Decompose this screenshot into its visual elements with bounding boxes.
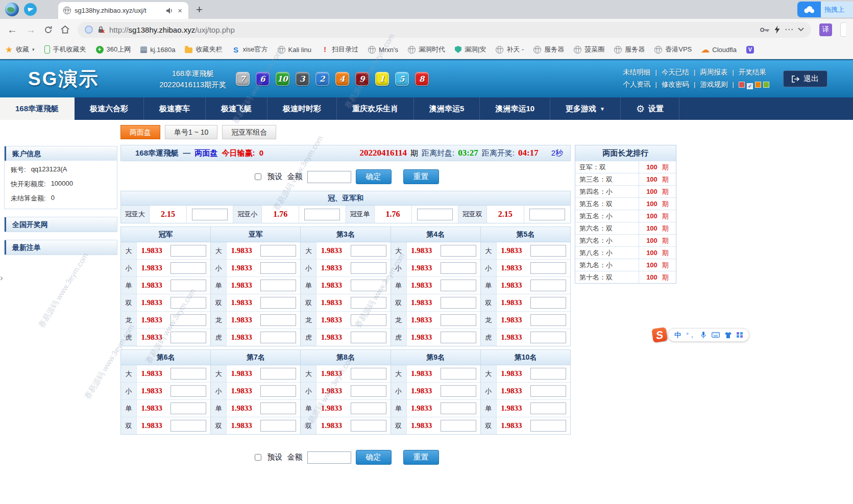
bet-amount-input[interactable] [351,262,386,274]
keyboard-icon[interactable] [712,332,720,338]
nav-tab-3[interactable]: 极速赛车 [144,97,206,120]
nav-tab-10[interactable]: ⚙设置 [621,97,679,120]
bet-amount-input[interactable] [351,385,386,397]
header-link[interactable]: 开奖结果 [739,68,766,76]
header-link[interactable]: 游戏规则 [700,81,727,88]
sidebar-collapse-arrow[interactable]: › [0,273,3,283]
bet-amount-input[interactable] [441,297,476,309]
subtab-3[interactable]: 冠亚军组合 [222,125,276,139]
reset-button[interactable]: 重置 [403,450,439,465]
bet-amount-input[interactable] [441,385,476,397]
theme-green-swatch[interactable] [763,82,769,88]
bet-amount-input[interactable] [170,402,206,414]
nav-tab-7[interactable]: 澳洲幸运5 [414,97,480,120]
bet-amount-input[interactable] [441,262,476,274]
home-icon[interactable] [61,26,69,34]
bet-amount-input[interactable] [530,297,566,309]
nav-tab-6[interactable]: 重庆欢乐生肖 [337,97,414,120]
bet-amount-input[interactable] [441,280,476,291]
bookmark-item[interactable]: V [746,46,754,54]
bet-amount-input[interactable] [351,332,386,343]
bet-amount-input[interactable] [260,402,296,414]
reset-button[interactable]: 重置 [403,169,439,184]
nav-tab-8[interactable]: 澳洲幸运10 [480,97,550,120]
chevron-down-icon[interactable] [798,28,804,32]
bet-amount-input[interactable] [351,245,386,257]
translate-badge[interactable]: 译 [819,23,832,36]
bet-amount-input[interactable] [530,262,566,274]
audio-icon[interactable] [166,8,173,14]
preset-checkbox[interactable] [255,173,261,180]
telegram-icon[interactable] [24,3,37,16]
subtab-2[interactable]: 单号1 ~ 10 [165,125,217,139]
amount-input[interactable] [307,451,351,464]
bookmark-item[interactable]: Mrxn's [368,46,398,54]
bet-amount-input[interactable] [441,402,476,414]
header-link[interactable]: 个人资讯 [623,81,650,88]
theme-orange-swatch[interactable] [755,82,761,88]
bet-amount-input[interactable] [260,368,296,380]
skin-shirt-icon[interactable] [725,332,732,338]
bet-amount-input[interactable] [441,245,476,257]
theme-checked-swatch[interactable]: ✓ [747,83,753,89]
sogou-logo-icon[interactable]: S [651,327,667,343]
ime-lang-toggle[interactable]: 中 [674,331,681,340]
bet-amount-input[interactable] [441,314,476,326]
bookmark-item[interactable]: 漏洞时代 [408,45,445,54]
nav-tab-5[interactable]: 极速时时彩 [267,97,337,120]
microphone-icon[interactable] [700,332,706,339]
bet-amount-input[interactable] [530,280,566,291]
lightning-icon[interactable] [774,26,780,34]
bet-amount-input[interactable] [530,402,566,414]
bet-amount-input[interactable] [351,297,386,309]
bet-amount-input[interactable] [441,332,476,343]
insecure-lock-icon[interactable] [98,26,105,34]
more-options-icon[interactable]: ⋯ [785,24,793,35]
forward-icon[interactable]: → [26,24,36,35]
bookmark-item[interactable]: 菠菜圈 [574,45,604,54]
header-link[interactable]: 未结明细 [623,68,650,76]
bet-amount-input[interactable] [170,368,206,380]
bet-amount-input[interactable] [170,385,206,397]
bet-amount-input[interactable] [170,262,206,274]
bet-amount-input[interactable] [351,368,386,380]
password-key-icon[interactable] [760,27,770,33]
bet-amount-input[interactable] [530,245,566,257]
bet-amount-input[interactable] [170,332,206,343]
bet-amount-input[interactable] [530,332,566,343]
bet-amount-input[interactable] [260,385,296,397]
netdisk-upload-widget[interactable]: 拖拽上 [797,2,853,17]
bookmark-item[interactable]: 香港VPS [654,45,692,54]
bet-amount-input[interactable] [304,209,340,220]
bet-amount-input[interactable] [351,420,386,432]
bet-amount-input[interactable] [530,368,566,380]
bet-amount-input[interactable] [441,368,476,380]
bet-amount-input[interactable] [260,314,296,326]
netdisk-icon[interactable] [797,2,821,17]
bet-amount-input[interactable] [417,209,453,220]
logout-button[interactable]: 退出 [783,70,827,87]
bet-amount-input[interactable] [441,420,476,432]
bookmark-item[interactable]: ☁Cloudfla [701,46,737,54]
bookmark-item[interactable]: 手机收藏夹 [44,45,86,54]
bet-amount-input[interactable] [530,420,566,432]
refresh-countdown[interactable]: 2秒 [551,148,563,158]
bet-amount-input[interactable] [529,209,565,220]
reload-icon[interactable] [44,26,53,34]
bookmark-item[interactable]: !扫目录过 [321,45,358,54]
ime-punctuation-toggle[interactable]: °， [686,331,695,340]
url-text[interactable]: http://sg138hy.zhibao.xyz/uxj/top.php [109,26,755,34]
tab-close-icon[interactable]: × [177,6,183,15]
bet-amount-input[interactable] [351,280,386,291]
amount-input[interactable] [307,171,351,183]
new-tab-button[interactable]: + [196,5,203,15]
bet-amount-input[interactable] [170,297,206,309]
bet-amount-input[interactable] [351,314,386,326]
header-link[interactable]: 两周报表 [700,68,727,76]
bookmark-item[interactable]: 漏洞|安 [455,45,486,54]
bet-amount-input[interactable] [170,280,206,291]
address-bar[interactable]: http://sg138hy.zhibao.xyz/uxj/top.php ⋯ [78,22,811,38]
extension-dot-icon[interactable] [85,26,93,34]
latest-bets-title[interactable]: 最新注单 [5,240,117,255]
header-link[interactable]: 修改密码 [662,81,689,88]
